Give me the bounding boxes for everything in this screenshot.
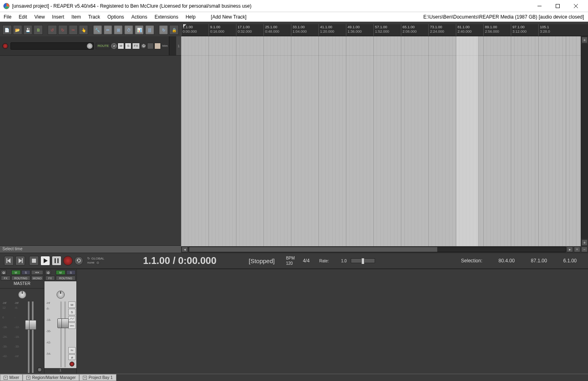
toolbar-button-15[interactable]: 🔒 (169, 25, 179, 35)
route-button[interactable]: ROUTE (96, 43, 110, 49)
selection-start[interactable]: 80.4.00 (499, 258, 515, 264)
toolbar-button-13[interactable]: ||| (145, 25, 154, 35)
rate-value[interactable]: 1.0 (341, 259, 347, 263)
track-routing-button[interactable]: ROUTING (56, 276, 76, 281)
menu-track[interactable]: Track (84, 12, 104, 21)
stop-button[interactable] (29, 256, 39, 266)
toolbar-button-11[interactable]: ⏱ (124, 25, 133, 35)
master-output-icon[interactable]: ◂ ▸ (31, 270, 43, 275)
track-panel-empty-area[interactable] (0, 56, 181, 245)
channel-phase-icon[interactable]: ⌀ (68, 354, 76, 360)
selection-end[interactable]: 87.1.00 (531, 258, 547, 264)
track-mute-button[interactable]: M (56, 270, 65, 275)
fx-bypass-button[interactable]: ⏻ (141, 43, 146, 49)
track-fader-2[interactable] (64, 301, 66, 367)
play-button[interactable] (40, 256, 50, 266)
toolbar-button-8[interactable]: 🔧 (93, 25, 102, 35)
channel-mute-button[interactable]: M (68, 301, 76, 308)
tab-close-icon[interactable]: × (26, 376, 30, 380)
track-fx-bypass-icon[interactable]: ⏻ (45, 270, 51, 275)
time-selection[interactable] (456, 36, 478, 246)
automation-mode-button[interactable] (154, 43, 161, 49)
toolbar-button-7[interactable]: 👆 (79, 25, 88, 35)
tab-close-icon[interactable]: × (4, 376, 8, 380)
scroll-right-button[interactable]: ▸ (567, 247, 573, 252)
mixer-track-number[interactable]: 1 (44, 368, 76, 374)
tab-region-marker[interactable]: ×Region/Marker Manager (23, 374, 79, 381)
toolbar-button-6[interactable]: ✂ (69, 25, 78, 35)
master-solo-button[interactable]: S (21, 270, 31, 275)
menu-view[interactable]: View (31, 12, 48, 21)
master-fader-2[interactable] (32, 301, 34, 373)
tab-project-bay[interactable]: ×Project Bay 1 (79, 374, 116, 381)
phase-button[interactable]: ⌀ (111, 43, 117, 49)
track-number[interactable]: 1 (176, 36, 181, 55)
close-button[interactable] (567, 0, 585, 12)
mixer-track-channel[interactable]: ⏻ FX M S ROUTING -inf-6--18--30--42--54- (44, 269, 77, 374)
channel-recarm-button[interactable] (70, 362, 74, 366)
play-cursor-marker[interactable] (183, 24, 187, 28)
time-signature[interactable]: 4/4 (303, 258, 310, 264)
hzoom-plus-button[interactable]: + (574, 247, 580, 252)
menu-item[interactable]: Item (68, 12, 84, 21)
horizontal-scrollbar[interactable] (189, 247, 566, 252)
envelope-button[interactable] (147, 43, 154, 49)
minimize-button[interactable] (530, 0, 548, 12)
menu-insert[interactable]: Insert (48, 12, 68, 21)
go-to-start-button[interactable] (4, 256, 14, 266)
automation-global[interactable]: ↻ GLOBAL none (87, 257, 107, 265)
solo-button[interactable]: S (125, 43, 131, 49)
mute-button[interactable]: M (118, 43, 124, 49)
bpm-value[interactable]: 120 (286, 261, 295, 266)
master-fx-bypass-icon[interactable]: ⏻ (1, 270, 6, 275)
track-label[interactable] (44, 281, 76, 289)
record-arm-button[interactable] (2, 43, 8, 49)
maximize-button[interactable] (548, 0, 567, 12)
master-fx-button[interactable]: FX (1, 276, 11, 281)
toolbar-button-12[interactable]: 📊 (135, 25, 144, 35)
marker-add-button[interactable]: + (582, 37, 588, 43)
selection-length[interactable]: 6.1.00 (563, 258, 577, 264)
toolbar-button-9[interactable]: ✏ (103, 25, 113, 35)
master-mute-button[interactable]: M (11, 270, 21, 275)
track-solo-button[interactable]: S (66, 270, 76, 275)
vertical-scrollbar[interactable] (581, 44, 588, 239)
toolbar-button-5[interactable]: ↻ (58, 25, 67, 35)
toolbar-button-2[interactable]: 💾 (23, 25, 33, 35)
track-row[interactable]: ROUTE ⌀ M S FX ⏻ trim 1 (0, 36, 181, 56)
toolbar-button-3[interactable]: 🗎 (34, 25, 43, 35)
rate-slider[interactable] (351, 258, 375, 263)
menu-edit[interactable]: Edit (15, 12, 31, 21)
menu-options[interactable]: Options (104, 12, 128, 21)
master-routing-button[interactable]: ROUTING (11, 276, 30, 281)
go-to-end-button[interactable] (15, 256, 25, 266)
master-mono-button[interactable]: MONO (31, 276, 43, 281)
add-new-track[interactable]: [Add New Track] (207, 12, 250, 21)
repeat-button[interactable] (74, 256, 83, 265)
toolbar-button-4[interactable]: ↺ (48, 25, 57, 35)
fx-button[interactable]: FX (132, 43, 139, 49)
master-channel[interactable]: ⏻ FX M S ROUTING ◂ ▸ MONO MASTER -inf126… (0, 269, 44, 374)
track-pan-knob[interactable] (57, 291, 65, 299)
master-fader[interactable] (28, 301, 30, 373)
channel-trim-button[interactable]: trim (68, 322, 76, 329)
menu-extensions[interactable]: Extensions (151, 12, 182, 21)
hzoom-minus-button[interactable]: − (581, 247, 588, 252)
master-pan-knob[interactable] (18, 291, 26, 299)
channel-in-button[interactable]: IN (68, 347, 76, 354)
vzoom-plus-button[interactable]: + (582, 239, 588, 246)
track-volume-slider[interactable] (11, 42, 94, 50)
channel-solo-button[interactable]: S (68, 309, 76, 315)
channel-env-icon[interactable] (68, 316, 76, 322)
arrange-view[interactable]: + + ◂ ▸ + − (181, 36, 588, 253)
time-display[interactable]: 1.1.00 / 0:00.000 (143, 255, 216, 266)
pause-button[interactable] (52, 256, 61, 266)
toolbar-button-14[interactable]: ↻ (159, 25, 168, 35)
toolbar-button-0[interactable]: 📄 (2, 25, 12, 35)
scroll-left-button[interactable]: ◂ (181, 247, 188, 252)
menu-actions[interactable]: Actions (128, 12, 151, 21)
track-fader[interactable] (60, 301, 62, 367)
timeline-ruler[interactable]: 1.1.000:00.0009.1.000:16.00017.1.000:32.… (181, 24, 588, 36)
menu-help[interactable]: Help (182, 12, 199, 21)
track-fx-button[interactable]: FX (45, 276, 55, 281)
